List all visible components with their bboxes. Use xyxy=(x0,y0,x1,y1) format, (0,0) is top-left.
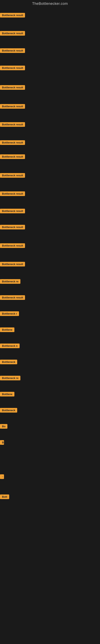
bottleneck-badge: Bott xyxy=(0,494,9,499)
bottleneck-badge: Bottleneck result xyxy=(0,104,25,109)
bottleneck-badge: Bottleneck re xyxy=(0,376,20,380)
bottleneck-result-item[interactable]: Bo xyxy=(0,424,7,430)
bottleneck-result-item[interactable]: Bottleneck result xyxy=(0,13,25,18)
bottleneck-result-item[interactable]: Bottleneck result xyxy=(0,85,25,90)
bottleneck-badge: Bottleneck result xyxy=(0,192,25,196)
bottleneck-badge: Bottleneck result xyxy=(0,262,25,266)
bottleneck-badge: Bottleneck result xyxy=(0,140,25,145)
bottleneck-badge: Bottleneck r xyxy=(0,311,19,316)
bottleneck-badge: Bottleneck result xyxy=(0,85,25,90)
bottleneck-badge: Bottleneck result xyxy=(0,243,25,248)
bottleneck-badge: Bottleneck result xyxy=(0,48,25,53)
bottleneck-result-item[interactable]: Bottleneck xyxy=(0,408,17,413)
bottleneck-result-item[interactable]: Bottleneck r xyxy=(0,311,19,317)
bottleneck-result-item[interactable]: Bottleneck result xyxy=(0,66,25,71)
bottleneck-result-item[interactable]: Bottlene xyxy=(0,392,14,397)
bottleneck-result-item[interactable]: Bottleneck result xyxy=(0,173,25,178)
bottleneck-badge: Bottleneck xyxy=(0,408,17,412)
bottleneck-badge: Bottleneck result xyxy=(0,209,25,213)
bottleneck-result-item[interactable]: Bottleneck result xyxy=(0,140,25,146)
bottleneck-badge: Bottleneck result xyxy=(0,173,25,178)
bottleneck-badge: Bottleneck result xyxy=(0,13,25,18)
bottleneck-result-item[interactable]: Bottleneck result xyxy=(0,48,25,54)
bottleneck-result-item[interactable]: Bottleneck result xyxy=(0,262,25,267)
bottleneck-badge: Bottleneck n xyxy=(0,344,20,348)
bottleneck-badge: Bottlene xyxy=(0,392,14,396)
bottleneck-badge: Bo xyxy=(0,424,7,429)
bottleneck-badge: Bottleneck xyxy=(0,360,17,364)
bottleneck-result-item[interactable]: Bottleneck xyxy=(0,360,17,365)
bottleneck-result-item[interactable]: Bottleneck result xyxy=(0,209,25,214)
bottleneck-badge: Bottleneck result xyxy=(0,31,25,36)
bottleneck-badge: Bottleneck result xyxy=(0,225,25,230)
bottleneck-result-item[interactable]: · xyxy=(0,474,4,480)
bottleneck-result-item[interactable]: B xyxy=(0,440,4,446)
bottleneck-badge: Bottlene xyxy=(0,328,14,332)
bottleneck-result-item[interactable]: Bottleneck result xyxy=(0,295,25,301)
bottleneck-result-item[interactable]: Bottleneck result xyxy=(0,192,25,197)
bottleneck-result-item[interactable]: Bott xyxy=(0,494,9,500)
bottleneck-result-item[interactable]: Bottlene xyxy=(0,328,14,333)
bottleneck-result-item[interactable]: Bottleneck result xyxy=(0,243,25,249)
bottleneck-badge: Bottleneck result xyxy=(0,154,25,159)
bottleneck-badge: · xyxy=(0,474,4,479)
bottleneck-result-item[interactable]: Bottleneck result xyxy=(0,154,25,160)
bottleneck-badge: Bottleneck result xyxy=(0,295,25,300)
bottleneck-result-item[interactable]: Bottleneck result xyxy=(0,122,25,128)
site-title: TheBottlenecker.com xyxy=(0,0,100,8)
bottleneck-badge: Bottleneck re xyxy=(0,279,20,284)
bottleneck-badge: Bottleneck result xyxy=(0,66,25,70)
bottleneck-result-item[interactable]: Bottleneck n xyxy=(0,344,20,349)
bottleneck-result-item[interactable]: Bottleneck result xyxy=(0,31,25,36)
bottleneck-badge: Bottleneck result xyxy=(0,122,25,127)
bottleneck-result-item[interactable]: Bottleneck result xyxy=(0,104,25,110)
bottleneck-result-item[interactable]: Bottleneck re xyxy=(0,376,20,381)
bottleneck-badge: B xyxy=(0,440,4,445)
bottleneck-result-item[interactable]: Bottleneck result xyxy=(0,225,25,230)
bottleneck-result-item[interactable]: Bottleneck re xyxy=(0,279,20,284)
